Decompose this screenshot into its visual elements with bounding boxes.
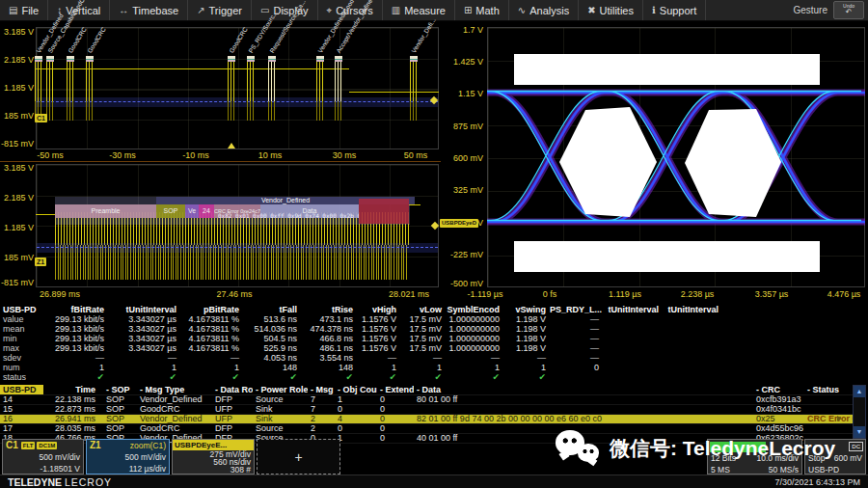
zoom-aux-band [37,243,438,253]
c1-badges: FLTDC1M [21,442,58,449]
measure-cell: — [357,353,400,363]
scroll-down-button[interactable]: ▼ [854,426,865,438]
menu-item-analysis[interactable]: ∿Analysis [509,0,579,20]
measure-cell: 3.343027 µs [108,314,180,324]
measure-row: max299.13 kbit/s3.343027 µs4.1673811 %52… [0,343,868,353]
undo-button[interactable]: Undo ↶ [833,1,864,19]
measure-cell: ✔ [446,372,503,382]
timebase-icon: ↔ [119,5,128,15]
measure-row: num11114814811110 [0,363,868,372]
z1-level-badge[interactable]: Z1 [35,258,46,266]
protocol-column-header[interactable]: - Data [414,385,753,394]
measure-column-header[interactable]: vLow [400,305,446,314]
menu-item-utilities[interactable]: ✖Utilities [579,0,643,20]
protocol-row[interactable]: 1422.138 msSOPVendor_DefinedDFPSource710… [0,395,853,405]
protocol-column-header[interactable]: - Status [804,385,853,394]
protocol-scrollbar[interactable]: ▲ ▼ [853,385,866,439]
measure-row-label: status [0,372,44,382]
menu-item-timebase[interactable]: ↔Timebase [110,0,188,20]
axis-tick-label: 0 fs [543,289,557,299]
channel-descriptor-c1[interactable]: C1 FLTDC1M 500 mV/div -1.18501 V [2,439,84,474]
protocol-column-header[interactable]: - SOP [103,385,137,394]
protocol-column-header[interactable]: - Power Role [253,385,308,394]
protocol-row[interactable]: 1522.873 msSOPGoodCRCUFPSink7000x4f0341b… [0,405,853,415]
measure-cell: 504.5 ns [243,334,301,343]
measure-cell: 17.5 mV [400,324,446,334]
axis-tick-label: 26.899 ms [40,289,80,299]
measure-column-header[interactable]: fBitRate [44,305,108,314]
c1-name: C1 [6,440,18,451]
zoom-divider-line [0,161,441,162]
axis-tick-label: 3.185 V [0,28,34,37]
protocol-cell: 22.873 ms [43,405,103,414]
add-trace-button[interactable]: + [257,439,340,474]
trigger-time-marker[interactable] [228,143,235,149]
protocol-cell: UFP [212,405,253,414]
axis-tick-label: 600 mV [441,154,483,163]
protocol-cell: 1 [335,395,377,404]
burst [228,56,235,121]
protocol-cell: Sink [253,415,308,423]
protocol-column-header[interactable]: - Msg Type [137,385,212,394]
row-expand-icon[interactable] [837,416,842,421]
protocol-column-header[interactable]: - CRC [753,385,804,394]
protocol-column-header[interactable]: - Extended [377,385,414,394]
protocol-column-header[interactable]: - Data Role [212,385,253,394]
protocol-cell: 28.035 ms [43,424,103,433]
protocol-column-header[interactable]: - Msg ID [308,385,335,394]
menu-item-trigger[interactable]: ↗Trigger [188,0,252,20]
menu-item-file[interactable]: ▤File [0,0,48,20]
measure-column-header[interactable]: tUnitInterval [108,305,180,314]
measure-column-header[interactable]: tRise [301,305,357,314]
protocol-column-header[interactable]: Time [43,385,103,394]
measure-header-row: USB-PDfBitRatetUnitIntervalpBitRatetFall… [0,305,868,314]
c1-level-badge[interactable]: C1 [35,114,47,122]
menu-item-math[interactable]: ⊞Math [455,0,509,20]
protocol-column-header[interactable]: USB-PD [0,385,43,394]
protocol-cell: DFP [212,424,253,433]
measure-column-header[interactable]: pBitRate [180,305,243,314]
menu-item-display[interactable]: ▭Display [252,0,318,20]
scroll-up-button[interactable]: ▲ [854,386,865,397]
z1-source: zoom(C1) [130,440,166,451]
menu-item-label: Measure [404,5,446,16]
z1-hdiv: 112 µs/div [87,463,169,474]
measure-cell: 1.000000000 [446,324,503,334]
add-trace-plus: + [294,449,302,465]
protocol-cell: 0x4f0341bc [753,405,804,414]
cc-line-high [36,68,349,69]
measure-cell: — [108,353,180,363]
menu-item-support[interactable]: ℹSupport [643,0,706,20]
c1-coupling-badge: FLT [21,442,36,449]
status-bar: TELEDYNE LECROY 7/30/2021 6:43:13 PM [0,474,868,488]
eye-descriptor[interactable]: USBPDEyeE... 275 mV/div 560 ns/div 308 # [172,439,255,474]
measure-column-header[interactable]: vSwing [503,305,550,314]
measure-cell: 299.13 kbit/s [44,334,108,343]
protocol-column-header[interactable]: - Obj Count [335,385,377,394]
measure-column-header[interactable]: tUnitInterval [603,305,663,314]
burst [410,56,418,121]
zoom-descriptor-z1[interactable]: Z1 zoom(C1) 500 mV/div 112 µs/div [86,439,170,474]
measure-cell: 1 [503,363,550,372]
eye-diagram-traces [487,27,865,287]
protocol-cell [804,405,853,414]
measure-column-header[interactable]: tUnitInterval [663,305,722,314]
menu-bar-right: Gesture Undo ↶ [793,1,868,19]
brand-teledyne: TELEDYNE [8,476,62,488]
measure-column-header[interactable]: PS_RDY_L... [550,305,603,314]
measure-row: value299.13 kbit/s3.343027 µs4.1673811 %… [0,314,868,324]
menu-item-measure[interactable]: ▥Measure [383,0,455,20]
measure-cell: — [44,353,108,363]
measure-cell: — [550,324,603,334]
oscilloscope-screen: ▤File↕Vertical↔Timebase↗Trigger▭Display⌖… [0,0,868,488]
measure-column-header[interactable]: SymblEncod [446,305,503,314]
protocol-row[interactable]: 1626.941 msSOPVendor_DefinedUFPSink24082… [0,415,853,424]
eye-trace-badge[interactable]: USBPDEyeD [440,219,478,228]
protocol-cell: SOP [103,415,137,423]
support-icon: ℹ [652,5,656,15]
axis-tick-label: -500 mV [441,280,483,288]
decode-segment: Ve [185,204,199,218]
measure-column-header[interactable]: vHigh [357,305,400,314]
measure-column-header[interactable]: tFall [243,305,301,314]
measure-cell: ✔ [243,372,301,382]
